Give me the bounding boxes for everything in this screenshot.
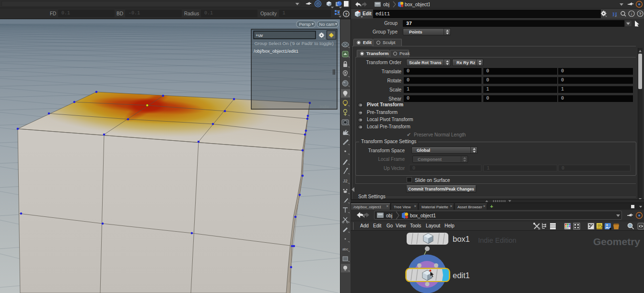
svg-text:H: H: [612, 11, 617, 18]
svg-text:Group Select On ('9 or Pad9' t: Group Select On ('9 or Pad9' to toggle): [254, 41, 333, 46]
svg-text:+uv: +uv: [256, 33, 263, 38]
svg-text:obj: obj: [386, 213, 392, 218]
svg-text:box_object1: box_object1: [410, 213, 436, 218]
svg-text:Indie Edition: Indie Edition: [478, 237, 516, 244]
svg-text:box_object1: box_object1: [405, 2, 430, 7]
svg-text:obj: obj: [383, 2, 389, 7]
svg-text:Indie: Indie: [319, 104, 329, 109]
svg-text:box1: box1: [453, 235, 470, 243]
svg-text:i: i: [631, 11, 632, 16]
svg-text:abc: abc: [342, 247, 348, 251]
svg-text:?: ?: [345, 11, 348, 17]
svg-text:Geometry: Geometry: [593, 236, 640, 247]
svg-text:edit1: edit1: [453, 271, 470, 280]
svg-text:J2: J2: [343, 179, 348, 183]
svg-text:Persp: Persp: [299, 22, 311, 27]
svg-text:?: ?: [639, 11, 641, 16]
svg-text:/obj/box_object1/edit1: /obj/box_object1/edit1: [254, 48, 298, 54]
svg-text:No cam: No cam: [319, 22, 335, 27]
